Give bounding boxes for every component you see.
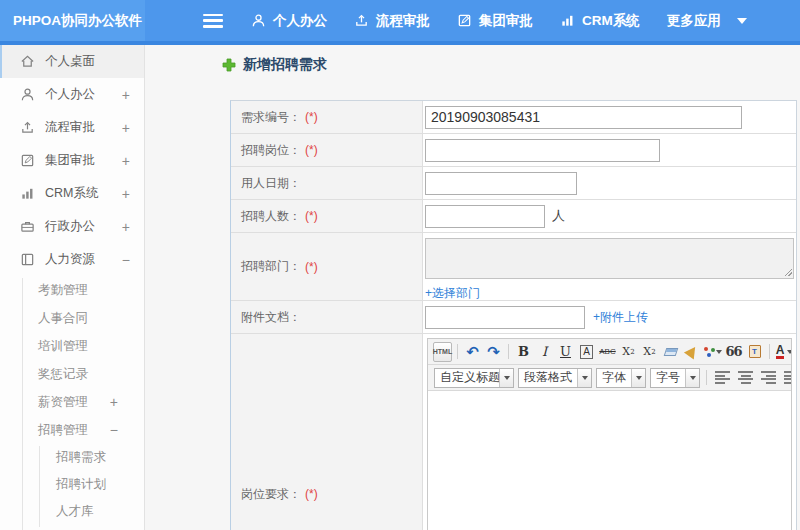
- workflow-icon: [20, 120, 35, 135]
- sidebar-item-label: 招聘管理: [38, 422, 88, 439]
- nav-crm-system[interactable]: CRM系统: [560, 12, 640, 30]
- undo-button[interactable]: ↶: [463, 342, 482, 362]
- app-window: PHPOA协同办公软件 个人办公 流程审批 集团审批 CRM系统 更多应用: [0, 0, 800, 530]
- sidebar-item-group-approval[interactable]: 集团审批 +: [0, 144, 144, 177]
- nav-label: 更多应用: [667, 12, 721, 30]
- font-family-select[interactable]: 字体: [596, 368, 646, 388]
- required-mark: (*): [305, 260, 318, 274]
- menu-toggle-icon[interactable]: [203, 14, 223, 28]
- expand-toggle[interactable]: +: [122, 186, 130, 202]
- field-label: 附件文档：: [241, 309, 301, 326]
- request-no-input[interactable]: [425, 106, 742, 129]
- sidebar-item-label: 人事合同: [38, 310, 88, 327]
- subscript-button[interactable]: X2: [640, 342, 659, 362]
- superscript-button[interactable]: X2: [619, 342, 638, 362]
- align-right-button[interactable]: [761, 371, 776, 384]
- align-left-button[interactable]: [715, 371, 730, 384]
- sidebar-item-desktop[interactable]: 个人桌面: [0, 45, 144, 78]
- blockquote-button[interactable]: 66: [724, 342, 743, 362]
- workflow-icon: [354, 13, 369, 28]
- sidebar-item-label: 行政办公: [45, 218, 95, 235]
- align-justify-button[interactable]: [784, 371, 791, 384]
- html-source-button[interactable]: HTML: [433, 342, 452, 362]
- sidebar-subitem-training[interactable]: 培训管理: [0, 332, 144, 360]
- sidebar-item-personal-office[interactable]: 个人办公 +: [0, 78, 144, 111]
- department-textarea-wrap: [425, 238, 794, 279]
- edit-icon: [20, 153, 35, 168]
- form-row-position: 招聘岗位： (*): [231, 134, 796, 167]
- nav-more-apps[interactable]: 更多应用: [667, 12, 747, 30]
- form-row-attachment: 附件文档： +附件上传: [231, 301, 796, 334]
- attachment-input[interactable]: [425, 306, 585, 329]
- sidebar-item-label: 招聘计划: [56, 476, 106, 493]
- editor-content-area[interactable]: [428, 391, 791, 530]
- italic-button[interactable]: I: [535, 342, 554, 362]
- recruitment-request-form: 需求编号： (*) 招聘岗位： (*) 用人日期：: [230, 100, 797, 530]
- hire-date-input[interactable]: [425, 172, 577, 195]
- form-row-request-no: 需求编号： (*): [231, 101, 796, 134]
- headcount-input[interactable]: [425, 205, 545, 228]
- redo-button[interactable]: ↷: [484, 342, 503, 362]
- sidebar-item-label: 培训管理: [38, 338, 88, 355]
- sidebar-subsubitem-recruit-plan[interactable]: 招聘计划: [0, 471, 144, 498]
- expand-toggle[interactable]: +: [122, 219, 130, 235]
- text-style-button[interactable]: A: [580, 345, 593, 359]
- nav-label: 集团审批: [479, 12, 533, 30]
- nav-personal-office[interactable]: 个人办公: [251, 12, 327, 30]
- sidebar-item-hr[interactable]: 人力资源 −: [0, 243, 144, 276]
- underline-button[interactable]: U: [556, 342, 575, 362]
- expand-toggle[interactable]: +: [110, 394, 118, 410]
- department-textarea[interactable]: [425, 238, 794, 279]
- sidebar-subitem-recruitment[interactable]: 招聘管理 −: [0, 416, 144, 444]
- strikethrough-button[interactable]: ABC: [598, 342, 617, 362]
- eraser-icon: [663, 348, 678, 356]
- sidebar-item-admin-office[interactable]: 行政办公 +: [0, 210, 144, 243]
- add-plus-icon: [222, 58, 236, 72]
- caret-down-icon: [582, 376, 588, 380]
- nav-group-approval[interactable]: 集团审批: [457, 12, 533, 30]
- page-title-text: 新增招聘需求: [243, 56, 327, 74]
- book-icon: [20, 252, 35, 267]
- nav-workflow-approval[interactable]: 流程审批: [354, 12, 430, 30]
- briefcase-icon: [20, 219, 35, 234]
- sidebar-item-workflow-approval[interactable]: 流程审批 +: [0, 111, 144, 144]
- rich-text-editor: HTML ↶ ↷ B I U A ABC X2 X2: [427, 338, 792, 530]
- remove-format-button[interactable]: [661, 342, 680, 362]
- editor-toolbar-row2: 自定义标题 段落格式 字体: [428, 365, 791, 391]
- font-size-select[interactable]: 字号: [650, 368, 700, 388]
- format-brush-button[interactable]: [682, 342, 701, 362]
- collapse-toggle[interactable]: −: [122, 252, 130, 268]
- sidebar-subitem-attendance[interactable]: 考勤管理: [0, 276, 144, 304]
- sidebar-subitem-rewards[interactable]: 奖惩记录: [0, 360, 144, 388]
- sidebar-subsubitem-talent-pool[interactable]: 人才库: [0, 498, 144, 525]
- caret-down-icon: [504, 376, 510, 380]
- paragraph-format-select[interactable]: 段落格式: [518, 368, 592, 388]
- align-center-button[interactable]: [738, 371, 753, 384]
- sidebar-item-label: 薪资管理: [38, 394, 88, 411]
- required-mark: (*): [305, 487, 318, 501]
- toolbar-separator: [457, 344, 458, 359]
- attachment-upload-link[interactable]: +附件上传: [593, 309, 648, 326]
- field-label: 招聘人数：: [241, 208, 301, 225]
- expand-toggle[interactable]: +: [122, 153, 130, 169]
- paste-button[interactable]: T: [745, 342, 764, 362]
- sidebar-item-label: 奖惩记录: [38, 366, 88, 383]
- heading-select[interactable]: 自定义标题: [434, 368, 514, 388]
- nav-label: 个人办公: [273, 12, 327, 30]
- select-department-link[interactable]: +选择部门: [425, 286, 480, 300]
- collapse-toggle[interactable]: −: [110, 422, 118, 438]
- expand-toggle[interactable]: +: [122, 87, 130, 103]
- form-row-requirements: 岗位要求： (*) HTML ↶ ↷ B I U: [231, 334, 796, 530]
- position-input[interactable]: [425, 139, 660, 162]
- color-palette-button[interactable]: [703, 342, 722, 362]
- sidebar-item-crm[interactable]: CRM系统 +: [0, 177, 144, 210]
- sidebar-subitem-personnel-contract[interactable]: 人事合同: [0, 304, 144, 332]
- sidebar-subsubitem-recruit-request[interactable]: 招聘需求: [0, 444, 144, 471]
- font-color-button[interactable]: A: [775, 342, 791, 362]
- sidebar: 个人桌面 个人办公 + 流程审批 + 集团审批 + CRM系统 + 行政办公 +: [0, 45, 145, 530]
- expand-toggle[interactable]: +: [122, 120, 130, 136]
- sidebar-subitem-salary[interactable]: 薪资管理 +: [0, 388, 144, 416]
- caret-down-icon: [737, 18, 747, 24]
- sidebar-item-label: 招聘需求: [56, 449, 106, 466]
- bold-button[interactable]: B: [514, 342, 533, 362]
